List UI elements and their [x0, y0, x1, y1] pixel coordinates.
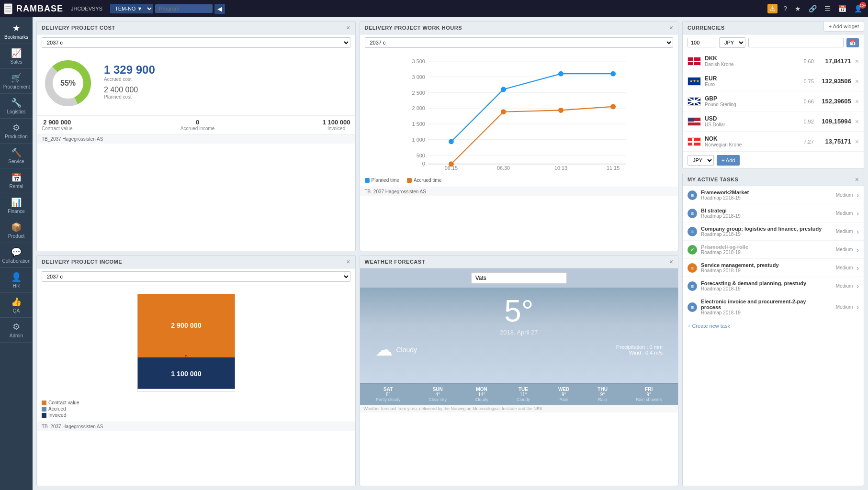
- accrued-bar-label: Accrued: [48, 406, 66, 412]
- weather-note: Weather forecast from yr.no, delivered b…: [360, 405, 678, 412]
- weather-location-input[interactable]: [471, 272, 567, 284]
- tem-select[interactable]: TEM-NO ▼: [110, 4, 153, 13]
- nav-select-group: TEM-NO ▼ ◀: [110, 4, 225, 14]
- dkk-remove-btn[interactable]: ×: [855, 57, 859, 65]
- weather-close[interactable]: ×: [669, 258, 673, 265]
- tasks-close[interactable]: ×: [855, 176, 859, 183]
- sidebar-item-rental[interactable]: 📅 Rental: [0, 168, 33, 193]
- task-arrow-icon: ›: [857, 282, 859, 290]
- contract-value: 2 900 000: [42, 119, 72, 126]
- program-input[interactable]: [155, 4, 213, 13]
- planned-cost-value: 2 400 000: [104, 86, 350, 94]
- cost-widget-close[interactable]: ×: [346, 24, 350, 31]
- alert-icon-btn[interactable]: ⚠: [767, 4, 778, 13]
- currency-calendar-btn[interactable]: 📅: [846, 38, 859, 47]
- sidebar-item-finance[interactable]: 📊 Finance: [0, 193, 33, 218]
- calendar-icon-btn[interactable]: 📅: [836, 4, 848, 13]
- weather-icon-area: ☁ Cloudy: [375, 340, 417, 360]
- invoiced-value: 1 100 000: [323, 119, 350, 126]
- bookmark-star-btn[interactable]: ★: [793, 4, 803, 13]
- task-info: Service management, prestudy Roadmap 201…: [701, 262, 825, 273]
- flag-dk: [688, 57, 701, 66]
- sidebar-item-product[interactable]: 📦 Product: [0, 218, 33, 243]
- planned-legend: Planned time: [365, 178, 399, 183]
- logistics-icon: 🔧: [11, 98, 22, 108]
- weather-info: Precipitation : 0 mm Wind : 0.4 m/s: [616, 344, 663, 356]
- hours-widget-close[interactable]: ×: [669, 24, 673, 31]
- income-widget-header: DELIVERY PROJECT INCOME ×: [37, 256, 355, 268]
- currency-row-gbp: GBP Pound Sterling 0.66 152,39605 ×: [683, 91, 864, 111]
- currency-add-row: JPY + Add: [683, 152, 864, 168]
- sidebar-label-logistics: Logistics: [7, 109, 26, 114]
- weather-day-item: SAT 8° Partly cloudy: [376, 387, 401, 402]
- weather-temperature: 5°: [366, 293, 673, 329]
- hours-period-select[interactable]: 2037 c: [365, 37, 674, 48]
- dkk-rate-small: 5.60: [797, 58, 814, 64]
- task-info: Prismodell og rolle Roadmap 2018-19: [701, 244, 825, 255]
- sidebar-item-procurement[interactable]: 🛒 Procurement: [0, 69, 33, 94]
- sidebar-label-admin: Admin: [10, 333, 23, 338]
- add-widget-button[interactable]: + Add widget: [823, 21, 864, 32]
- sidebar-item-logistics[interactable]: 🔧 Logistics: [0, 94, 33, 119]
- contract-legend-color: [42, 401, 46, 405]
- task-arrow-icon: ›: [857, 264, 859, 272]
- base-currency-select[interactable]: JPY: [719, 37, 745, 48]
- currency-row-nok: NOK Norwegian Krone 7.27 13,75171 ×: [683, 132, 864, 152]
- svg-point-23: [501, 87, 506, 92]
- day-temp: 9°: [597, 392, 608, 397]
- currency-amount-input[interactable]: [688, 38, 716, 47]
- income-bar-chart: 2 900 000 1 100 000 0: [37, 285, 355, 400]
- sidebar-item-service[interactable]: 🔨 Service: [0, 144, 33, 168]
- link-icon-btn[interactable]: 🔗: [807, 4, 819, 13]
- sidebar-item-collaboration[interactable]: 💬 Collaboration: [0, 243, 33, 268]
- sidebar-item-hr[interactable]: 👤 HR: [0, 268, 33, 293]
- gbp-remove-btn[interactable]: ×: [855, 98, 859, 105]
- task-subtitle: Roadmap 2018-19: [701, 195, 825, 200]
- task-title: Service management, prestudy: [701, 262, 825, 268]
- income-period-select[interactable]: 2037 c: [42, 271, 350, 282]
- sidebar-item-admin[interactable]: ⚙ Admin: [0, 318, 33, 343]
- nok-rate-small: 7.27: [797, 139, 814, 145]
- income-widget-close[interactable]: ×: [346, 258, 350, 265]
- sidebar-item-qa[interactable]: 👍 QA: [0, 293, 33, 318]
- sidebar-item-production[interactable]: ⚙ Production: [0, 119, 33, 144]
- task-row[interactable]: ≡ BI strategi Roadmap 2018-19 Medium ›: [683, 204, 864, 223]
- nav-back-btn[interactable]: ◀: [214, 4, 225, 14]
- bookmarks-icon: ★: [12, 23, 20, 33]
- day-condition: Cloudy: [517, 397, 530, 402]
- list-icon-btn[interactable]: ☰: [823, 4, 833, 13]
- day-condition: Rain: [558, 397, 569, 402]
- task-row[interactable]: ≡ Electronic invoice and procurement-2-p…: [683, 295, 864, 319]
- currency-result-input[interactable]: [748, 38, 844, 47]
- task-row[interactable]: ≡ Service management, prestudy Roadmap 2…: [683, 259, 864, 277]
- cost-selector-row: 2037 c: [37, 34, 355, 51]
- task-info: Forecasting & demand planning, prestudy …: [701, 280, 825, 291]
- currencies-panel: CURRENCIES × JPY 📅 DKK Danish Kr: [682, 21, 864, 169]
- add-currency-btn[interactable]: + Add: [717, 155, 740, 166]
- usd-remove-btn[interactable]: ×: [855, 118, 859, 125]
- add-currency-select[interactable]: JPY: [688, 155, 714, 166]
- task-row[interactable]: ≡ Framework2Market Roadmap 2018-19 Mediu…: [683, 186, 864, 204]
- notifications-btn[interactable]: 👤 20+: [852, 4, 864, 13]
- menu-toggle[interactable]: ☰: [4, 3, 12, 14]
- sidebar-item-bookmarks[interactable]: ★ Bookmarks: [0, 19, 33, 44]
- sidebar-label-sales: Sales: [10, 59, 22, 65]
- task-info: Framework2Market Roadmap 2018-19: [701, 189, 825, 200]
- task-row[interactable]: ≡ Forecasting & demand planning, prestud…: [683, 277, 864, 295]
- weather-date: 2018. April 27: [366, 329, 673, 336]
- cost-period-select[interactable]: 2037 c: [42, 37, 350, 48]
- weather-conditions: ☁ Cloudy Precipitation : 0 mm Wind : 0.4…: [366, 340, 673, 360]
- product-icon: 📦: [11, 222, 22, 233]
- sidebar-label-bookmarks: Bookmarks: [4, 34, 28, 40]
- task-row[interactable]: ✓ Prismodell og rolle Roadmap 2018-19 Me…: [683, 241, 864, 259]
- task-row[interactable]: ≡ Company group; logistics and finance, …: [683, 223, 864, 241]
- hours-widget-header: DELIVERY PROJECT WORK HOURS ×: [360, 22, 678, 34]
- svg-point-26: [448, 161, 453, 167]
- help-icon-btn[interactable]: ?: [781, 4, 789, 13]
- task-subtitle: Roadmap 2018-19: [701, 286, 825, 291]
- create-task-btn[interactable]: + Create new task: [683, 319, 864, 333]
- task-priority: Medium: [829, 192, 853, 198]
- eur-remove-btn[interactable]: ×: [855, 78, 859, 85]
- nok-remove-btn[interactable]: ×: [855, 138, 859, 145]
- sidebar-item-sales[interactable]: 📈 Sales: [0, 44, 33, 69]
